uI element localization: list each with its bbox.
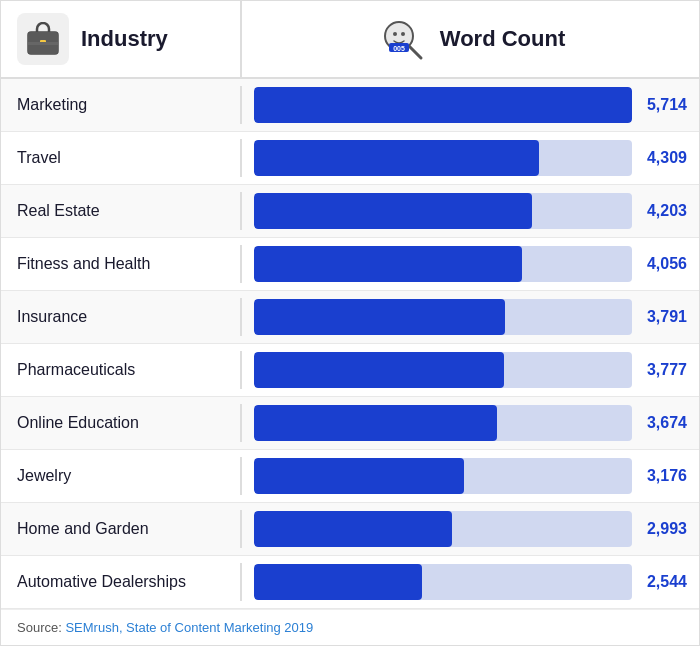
bar-value: 3,791 [642, 308, 687, 326]
main-table: Industry 005 Word Count Marketing [0, 0, 700, 646]
table-row: Real Estate 4,203 [1, 185, 699, 238]
svg-line-5 [409, 46, 421, 58]
svg-rect-3 [28, 42, 58, 45]
source-label: Source: [17, 620, 62, 635]
svg-point-6 [393, 32, 397, 36]
table-row: Insurance 3,791 [1, 291, 699, 344]
bar-cell: 2,544 [242, 556, 699, 608]
bar-wrapper [254, 87, 632, 123]
bar-wrapper [254, 299, 632, 335]
bar-fill [254, 87, 632, 123]
bar-wrapper [254, 193, 632, 229]
table-row: Pharmaceuticals 3,777 [1, 344, 699, 397]
bar-wrapper [254, 352, 632, 388]
bar-value: 3,674 [642, 414, 687, 432]
bar-cell: 2,993 [242, 503, 699, 555]
bar-cell: 3,777 [242, 344, 699, 396]
wordcount-header-label: Word Count [440, 26, 565, 52]
industry-cell: Fitness and Health [1, 245, 242, 283]
bar-value: 3,777 [642, 361, 687, 379]
search-icon: 005 [376, 13, 428, 65]
industry-cell: Online Education [1, 404, 242, 442]
table-row: Home and Garden 2,993 [1, 503, 699, 556]
table-row: Marketing 5,714 [1, 79, 699, 132]
table-row: Jewelry 3,176 [1, 450, 699, 503]
industry-header-label: Industry [81, 26, 168, 52]
bar-value: 4,056 [642, 255, 687, 273]
bar-value: 4,203 [642, 202, 687, 220]
bar-wrapper [254, 405, 632, 441]
bar-wrapper [254, 511, 632, 547]
bar-cell: 4,056 [242, 238, 699, 290]
bar-value: 3,176 [642, 467, 687, 485]
bar-fill [254, 511, 452, 547]
bar-fill [254, 193, 532, 229]
bar-fill [254, 564, 422, 600]
industry-cell: Travel [1, 139, 242, 177]
industry-cell: Home and Garden [1, 510, 242, 548]
bar-fill [254, 140, 539, 176]
industry-cell: Pharmaceuticals [1, 351, 242, 389]
table-row: Online Education 3,674 [1, 397, 699, 450]
bar-wrapper [254, 458, 632, 494]
bar-cell: 5,714 [242, 79, 699, 131]
wordcount-header: 005 Word Count [242, 1, 699, 77]
industry-cell: Real Estate [1, 192, 242, 230]
bar-fill [254, 458, 464, 494]
bar-fill [254, 299, 505, 335]
bar-value: 2,544 [642, 573, 687, 591]
data-rows: Marketing 5,714 Travel 4,309 Real Estate [1, 79, 699, 609]
industry-cell: Insurance [1, 298, 242, 336]
table-row: Automative Dealerships 2,544 [1, 556, 699, 609]
table-row: Travel 4,309 [1, 132, 699, 185]
industry-cell: Jewelry [1, 457, 242, 495]
bar-fill [254, 405, 497, 441]
industry-cell: Marketing [1, 86, 242, 124]
bar-value: 5,714 [642, 96, 687, 114]
briefcase-icon [17, 13, 69, 65]
bar-cell: 3,674 [242, 397, 699, 449]
industry-header: Industry [1, 1, 242, 77]
source-text: SEMrush, State of Content Marketing 2019 [65, 620, 313, 635]
bar-fill [254, 246, 522, 282]
bar-cell: 3,176 [242, 450, 699, 502]
bar-wrapper [254, 246, 632, 282]
table-footer: Source: SEMrush, State of Content Market… [1, 609, 699, 645]
svg-text:005: 005 [393, 45, 405, 52]
table-header: Industry 005 Word Count [1, 1, 699, 79]
bar-fill [254, 352, 504, 388]
table-row: Fitness and Health 4,056 [1, 238, 699, 291]
bar-value: 4,309 [642, 149, 687, 167]
bar-wrapper [254, 564, 632, 600]
svg-point-7 [401, 32, 405, 36]
bar-cell: 4,203 [242, 185, 699, 237]
bar-cell: 4,309 [242, 132, 699, 184]
industry-cell: Automative Dealerships [1, 563, 242, 601]
bar-cell: 3,791 [242, 291, 699, 343]
bar-value: 2,993 [642, 520, 687, 538]
bar-wrapper [254, 140, 632, 176]
